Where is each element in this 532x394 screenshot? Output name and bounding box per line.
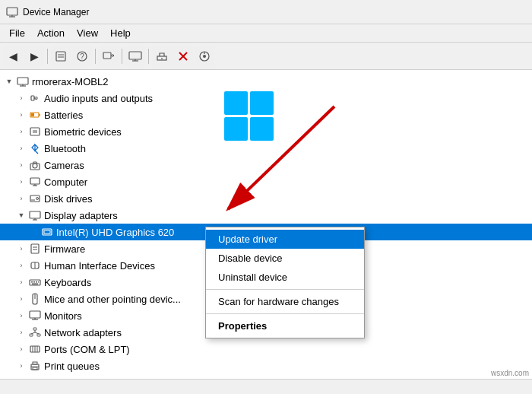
forward-button[interactable]: ▶ [24, 46, 44, 66]
display-toggle[interactable]: ▼ [15, 209, 27, 221]
intel-uhd-label: Intel(R) UHD Graphics 620 [56, 227, 174, 238]
tree-root[interactable]: ▼ rmorerax-MOBL2 [0, 73, 532, 90]
ctx-sep2 [206, 313, 364, 314]
menu-help[interactable]: Help [104, 26, 137, 40]
tree-bluetooth[interactable]: › Bluetooth [0, 140, 532, 157]
gpu-icon [41, 226, 53, 238]
tree-cameras[interactable]: › Cameras [0, 157, 532, 173]
ports-toggle[interactable]: › [15, 343, 27, 355]
disk-toggle[interactable]: › [15, 192, 27, 205]
network-icon [29, 326, 41, 338]
app-icon [6, 6, 18, 18]
help-button[interactable]: ? [72, 46, 92, 66]
display-adapters-label: Display adapters [44, 210, 118, 221]
update-button[interactable] [195, 46, 214, 66]
title-bar: Device Manager [0, 0, 532, 24]
svg-rect-44 [44, 230, 50, 234]
toolbar-sep3 [122, 49, 122, 64]
svg-line-64 [31, 332, 35, 334]
mouse-icon [29, 293, 41, 305]
audio-label: Audio inputs and outputs [44, 93, 153, 104]
back-button[interactable]: ◀ [3, 46, 23, 66]
tree-print[interactable]: › Print queues [0, 357, 532, 374]
display-button[interactable] [125, 46, 145, 66]
computer-label: Computer [44, 176, 87, 188]
tree-ports[interactable]: › Ports (COM & LPT) [0, 341, 532, 357]
svg-text:?: ? [80, 52, 84, 61]
port-icon [29, 343, 41, 355]
cameras-label: Cameras [44, 160, 84, 171]
root-toggle[interactable]: ▼ [3, 75, 15, 87]
display-adapter-icon [29, 209, 41, 221]
network-toggle[interactable]: › [15, 326, 27, 338]
monitor-icon [29, 310, 41, 322]
menu-view[interactable]: View [71, 26, 104, 40]
svg-line-65 [35, 332, 39, 334]
watermark: wsxdn.com [491, 369, 529, 377]
audio-icon [29, 92, 41, 104]
scan-button[interactable] [99, 46, 119, 66]
print-toggle[interactable]: › [15, 360, 27, 372]
batteries-toggle[interactable]: › [15, 109, 27, 121]
svg-rect-72 [33, 362, 37, 364]
batteries-label: Batteries [44, 110, 83, 121]
keyboards-label: Keyboards [44, 277, 91, 288]
menu-bar: File Action View Help [0, 24, 532, 43]
printer-icon [29, 360, 41, 372]
menu-action[interactable]: Action [31, 26, 71, 40]
biometric-toggle[interactable]: › [15, 126, 27, 138]
monitors-toggle[interactable]: › [15, 310, 27, 322]
svg-rect-61 [30, 334, 33, 336]
svg-rect-22 [17, 78, 28, 84]
svg-rect-51 [31, 281, 33, 283]
svg-rect-53 [36, 281, 37, 283]
svg-rect-0 [7, 8, 17, 15]
remove-button[interactable] [173, 46, 193, 66]
toolbar-sep4 [148, 49, 149, 64]
ctx-properties[interactable]: Properties [206, 316, 364, 335]
bluetooth-label: Bluetooth [44, 143, 86, 154]
monitors-label: Monitors [44, 310, 82, 322]
keyboards-toggle[interactable]: › [15, 276, 27, 288]
menu-file[interactable]: File [3, 26, 31, 40]
firmware-label: Firmware [44, 243, 85, 255]
win-tile-tl [224, 91, 248, 115]
ctx-scan-changes[interactable]: Scan for hardware changes [206, 292, 364, 311]
properties-button[interactable] [51, 46, 71, 66]
add-button[interactable] [152, 46, 172, 66]
ctx-disable-device[interactable]: Disable device [206, 249, 364, 268]
ctx-update-driver[interactable]: Update driver [206, 230, 364, 249]
audio-toggle[interactable]: › [15, 92, 27, 104]
svg-rect-55 [32, 284, 38, 285]
cameras-toggle[interactable]: › [15, 159, 27, 171]
svg-rect-27 [39, 114, 40, 116]
computer-toggle[interactable]: › [15, 176, 27, 188]
win-tile-br [250, 117, 274, 141]
bluetooth-toggle[interactable]: › [15, 142, 27, 154]
tree-computer[interactable]: › Computer [0, 173, 532, 190]
disk-label: Disk drives [44, 193, 93, 205]
svg-rect-62 [37, 334, 40, 336]
ports-label: Ports (COM & LPT) [44, 344, 130, 355]
ctx-uninstall-device[interactable]: Uninstall device [206, 268, 364, 287]
svg-rect-40 [30, 211, 40, 218]
disk-icon [29, 192, 41, 205]
print-label: Print queues [44, 361, 100, 372]
hid-toggle[interactable]: › [15, 259, 27, 272]
toolbar-sep2 [95, 49, 96, 64]
windows-tile [224, 91, 274, 141]
svg-rect-33 [30, 164, 40, 170]
mice-toggle[interactable]: › [15, 293, 27, 305]
biometric-label: Biometric devices [44, 126, 122, 138]
svg-rect-54 [38, 281, 39, 283]
firmware-toggle[interactable]: › [15, 243, 27, 255]
win-tile-tr [250, 91, 274, 115]
svg-rect-8 [103, 52, 111, 59]
tree-diskdrives[interactable]: › Disk drives [0, 190, 532, 207]
battery-icon [29, 109, 41, 121]
keyboard-icon [29, 276, 41, 288]
svg-rect-34 [30, 178, 40, 184]
window-title: Device Manager [23, 7, 89, 17]
tree-display-adapters[interactable]: ▼ Display adapters [0, 207, 532, 224]
network-label: Network adapters [44, 327, 122, 338]
